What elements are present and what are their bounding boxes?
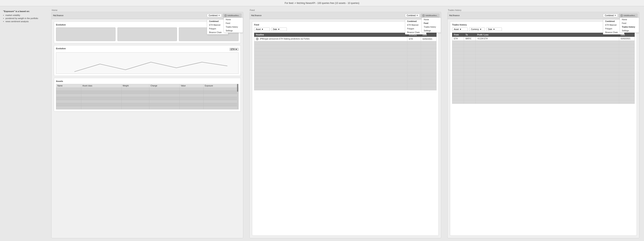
- feed-nav-feed[interactable]: Feed: [422, 22, 441, 25]
- trades-asset-arrow: ▼: [460, 28, 462, 30]
- home-network-dropdown[interactable]: Combined ▼: [207, 14, 222, 17]
- feed-nav-right: Combined ▼ Combined ETH Mainnet Polygon …: [405, 14, 440, 18]
- home-wallet-icon: [224, 14, 227, 17]
- feed-wallet-icon: [422, 14, 425, 17]
- col-exposure: Exposure: [204, 84, 238, 88]
- info-bullets: market volatility pondered by weigth in …: [3, 14, 44, 23]
- feed-dropdown-arrow: ▼: [416, 15, 418, 16]
- trades-nav-home[interactable]: Home: [620, 18, 639, 22]
- trades-label: Trades history: [448, 9, 639, 11]
- trades-empty-row: [452, 100, 635, 104]
- bullet-3: news sentiment analysis: [3, 20, 44, 23]
- feed-empty-row: [254, 80, 436, 83]
- trades-nav-trades[interactable]: Trades history: [620, 25, 639, 29]
- home-nav-feed[interactable]: Feed: [224, 22, 243, 25]
- feed-nav-settings[interactable]: Settings: [422, 29, 441, 33]
- home-nav-menu: Home Feed Trades history Settings: [224, 18, 243, 33]
- home-navbar: Hal.finance Combined ▼ Combined ETH Main…: [52, 12, 243, 19]
- feed-col-headline: Headline: [254, 33, 407, 37]
- trades-network-selected: Combined: [605, 15, 614, 17]
- feed-wallet[interactable]: 0xklsfkow0kvs...: [421, 14, 440, 18]
- trades-empty-row: [452, 62, 635, 65]
- trades-currency-label: Currency: [471, 28, 479, 30]
- trades-page-content: Trades history Asset ▼ Currency ▼: [448, 19, 639, 238]
- assets-header-row: Name Asset class Weight Change Value Exp…: [56, 84, 238, 88]
- trades-empty-row: [452, 65, 635, 69]
- trades-empty-row: [452, 90, 635, 93]
- feed-empty-row: [254, 41, 436, 45]
- table-row: [56, 88, 238, 91]
- table-row: [56, 106, 238, 109]
- feed-dropdown-container: Combined ▼ Combined ETH Mainnet Polygon …: [405, 14, 420, 17]
- col-asset-class: Asset class: [81, 84, 122, 88]
- trades-to-cell: MATIC: [464, 37, 476, 41]
- home-wallet[interactable]: 0xklsfkow0kvs...: [223, 14, 242, 18]
- feed-nav-trades[interactable]: Trades history: [422, 25, 441, 29]
- home-dropdown-container: Combined ▼ Combined ETH Mainnet Polygon …: [207, 14, 222, 17]
- trades-empty-row: [452, 86, 635, 90]
- trades-empty-row: [452, 41, 635, 44]
- trades-date-label: Date: [488, 28, 492, 30]
- trades-network-dropdown[interactable]: Combined ▼: [603, 14, 618, 17]
- feed-empty-row: [254, 87, 436, 90]
- eth-arrow: ▼: [235, 48, 237, 50]
- trades-empty-row: [452, 55, 635, 58]
- trades-nav-settings[interactable]: Settings: [620, 29, 639, 33]
- feed-date-cell: 02/02/2021: [421, 37, 436, 41]
- table-row: [56, 94, 238, 97]
- evo-card-1: [56, 28, 116, 41]
- scroll-bar[interactable]: [237, 84, 238, 109]
- feed-network-selected: Combined: [407, 15, 416, 17]
- feed-asset-filter[interactable]: Asset ▼: [254, 28, 270, 31]
- trades-dropdown-arrow: ▼: [614, 15, 616, 16]
- feed-asset-cell: ETH: [407, 37, 421, 41]
- feed-headline-text: JPMorgan announces ETH Staking predictio…: [260, 38, 310, 40]
- trades-asset-filter[interactable]: Asset ▼: [452, 28, 468, 31]
- feed-data-row: C JPMorgan announces ETH Staking predict…: [254, 37, 436, 41]
- bullet-2: pondered by weigth in the portfolio: [3, 17, 44, 20]
- feed-network-dropdown[interactable]: Combined ▼: [405, 14, 420, 17]
- feed-empty-row: [254, 59, 436, 62]
- home-label: Home: [51, 9, 243, 11]
- trades-section-box: Trades history Asset ▼ Currency ▼: [450, 22, 637, 236]
- feed-empty-row: [254, 52, 436, 55]
- home-wallet-address: 0xklsfkow0kvs...: [228, 15, 240, 17]
- evolution2-header: Evolution ETH ▼: [56, 47, 238, 51]
- scroll-thumb: [237, 84, 238, 92]
- trades-empty-row: [452, 97, 635, 100]
- trades-currency-filter[interactable]: Currency ▼: [469, 28, 485, 31]
- trades-brand: Hal.finance: [449, 15, 460, 17]
- assets-title: Assets: [56, 80, 238, 82]
- feed-empty-row: [254, 73, 436, 76]
- col-change: Change: [149, 84, 180, 88]
- trades-table: From To Profit / Loss Date ETH MATIC: [452, 33, 635, 104]
- table-row: [56, 91, 238, 94]
- home-nav-trades[interactable]: Trades history: [224, 25, 243, 29]
- feed-nav-menu: Home Feed Trades history Settings: [422, 18, 441, 33]
- home-nav-settings[interactable]: Settings: [224, 29, 243, 33]
- feed-empty-row: [254, 83, 436, 87]
- trades-wallet[interactable]: 0xklsfkow0kvs...: [619, 14, 638, 18]
- trades-date-filter[interactable]: Date ▼: [486, 28, 502, 31]
- eth-dropdown[interactable]: ETH ▼: [230, 48, 238, 51]
- info-panel: "Exposure" is a based on: market volatil…: [0, 6, 47, 241]
- top-bar: For feed -> fetching NewsAPI - 100 queri…: [0, 0, 644, 6]
- home-nav-home[interactable]: Home: [224, 18, 243, 22]
- feed-screen-col: Feed Hal.finance Combined ▼ Combined: [248, 8, 443, 239]
- trades-screen-col: Trades history Hal.finance Combined ▼ Co…: [446, 8, 641, 239]
- feed-nav-home[interactable]: Home: [422, 18, 441, 22]
- col-name: Name: [56, 84, 81, 88]
- trades-data-row: ETH MATIC +0.234 ETH 02/02/2021: [452, 37, 635, 41]
- trades-empty-row: [452, 48, 635, 51]
- bullet-1: market volatility: [3, 14, 44, 16]
- feed-date-filter[interactable]: Date ▼: [271, 28, 287, 31]
- chart-svg: [56, 53, 238, 74]
- table-row: [56, 100, 238, 103]
- feed-empty-row: [254, 66, 436, 69]
- trades-date-arrow: ▼: [493, 28, 495, 30]
- table-row: [56, 97, 238, 100]
- trades-nav-feed[interactable]: Feed: [620, 22, 639, 25]
- evo-card-2: [118, 28, 177, 41]
- trades-profit-value: +0.234 ETH: [477, 38, 488, 40]
- trades-profit-cell: +0.234 ETH: [476, 37, 619, 41]
